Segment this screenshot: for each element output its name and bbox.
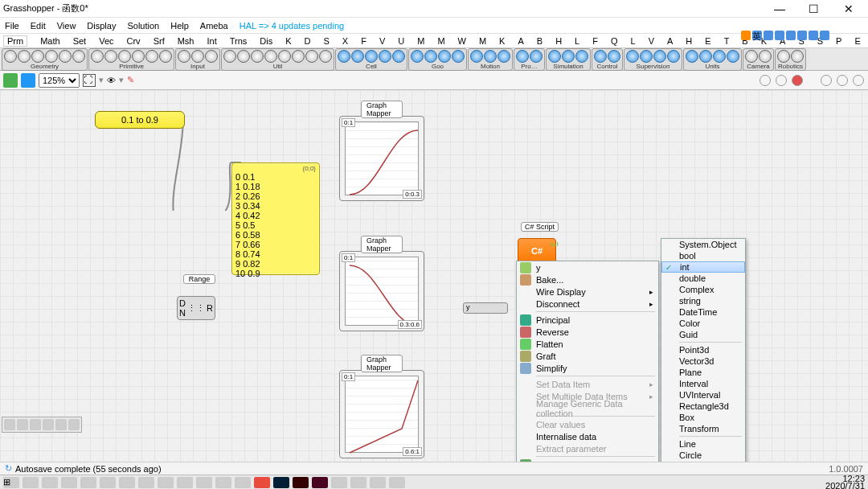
tab-b[interactable]: B bbox=[537, 36, 542, 46]
tool-icon[interactable] bbox=[699, 50, 712, 63]
tab-m[interactable]: M bbox=[479, 36, 486, 46]
ctx-bake-[interactable]: Bake... bbox=[517, 273, 658, 286]
tool-icon[interactable] bbox=[727, 50, 739, 63]
tab-srf[interactable]: Srf bbox=[154, 36, 165, 46]
ctx-reverse[interactable]: Reverse bbox=[517, 326, 658, 338]
qt-1[interactable] bbox=[4, 419, 15, 430]
tool-icon[interactable] bbox=[223, 50, 236, 63]
tool-icon[interactable] bbox=[205, 50, 218, 63]
display-mode-1[interactable] bbox=[760, 75, 771, 86]
menu-view[interactable]: View bbox=[57, 21, 76, 31]
tool-icon[interactable] bbox=[626, 50, 639, 63]
tool-icon[interactable] bbox=[351, 50, 364, 63]
tool-icon[interactable] bbox=[438, 50, 451, 63]
tool-icon[interactable] bbox=[305, 50, 318, 63]
tab-m[interactable]: M bbox=[437, 36, 444, 46]
shade-mode-3[interactable] bbox=[853, 75, 864, 86]
tab-int[interactable]: Int bbox=[207, 36, 216, 46]
tab-s[interactable]: S bbox=[323, 36, 329, 46]
tool-icon[interactable] bbox=[713, 50, 726, 63]
sketch-icon[interactable]: ✎ bbox=[127, 75, 134, 85]
tab-v[interactable]: V bbox=[649, 36, 654, 46]
tool-icon[interactable] bbox=[653, 50, 666, 63]
zoom-select[interactable]: 125% bbox=[39, 73, 80, 88]
ctx-wire-display[interactable]: Wire Display bbox=[517, 286, 658, 298]
type-transform[interactable]: Transform bbox=[661, 423, 745, 434]
graph-mapper-1[interactable]: Graph Mapper 0:1 0:0.3 bbox=[339, 116, 424, 201]
y-relay[interactable] bbox=[463, 302, 508, 314]
display-mode-2[interactable] bbox=[776, 75, 787, 86]
qt-2[interactable] bbox=[17, 419, 28, 430]
tool-icon[interactable] bbox=[159, 50, 172, 63]
clock[interactable]: 12:232020/7/31 bbox=[825, 475, 865, 490]
ctx-disconnect[interactable]: Disconnect bbox=[517, 298, 658, 310]
tool-icon[interactable] bbox=[191, 50, 204, 63]
minimize-button[interactable]: — bbox=[764, 2, 796, 15]
tab-h[interactable]: H bbox=[686, 36, 692, 46]
ctx-simplify[interactable]: Simplify bbox=[517, 362, 658, 374]
tool-icon[interactable] bbox=[319, 50, 332, 63]
type-double[interactable]: double bbox=[661, 273, 745, 284]
tool-icon[interactable] bbox=[470, 50, 483, 63]
tab-m[interactable]: M bbox=[417, 36, 424, 46]
tool-icon[interactable] bbox=[278, 50, 291, 63]
start-button[interactable]: ⊞ bbox=[3, 477, 19, 488]
tool-icon[interactable] bbox=[411, 50, 424, 63]
type-bool[interactable]: bool bbox=[661, 250, 745, 261]
ctx-internalise-data[interactable]: Internalise data bbox=[517, 430, 658, 442]
tool-icon[interactable] bbox=[608, 50, 620, 63]
tool-icon[interactable] bbox=[484, 50, 497, 63]
tool-icon[interactable] bbox=[452, 50, 465, 63]
tab-a[interactable]: A bbox=[518, 36, 523, 46]
type-interval[interactable]: Interval bbox=[661, 378, 745, 389]
type-system-object[interactable]: System.Object bbox=[661, 239, 745, 250]
open-icon[interactable] bbox=[21, 73, 35, 88]
tab-p[interactable]: P bbox=[836, 36, 841, 46]
hal-updates-link[interactable]: HAL => 4 updates pending bbox=[240, 21, 344, 31]
tab-l[interactable]: L bbox=[575, 36, 579, 46]
tab-math[interactable]: Math bbox=[40, 36, 59, 46]
tab-e[interactable]: E bbox=[705, 36, 710, 46]
tool-icon[interactable] bbox=[91, 50, 104, 63]
tool-icon[interactable] bbox=[264, 50, 277, 63]
tab-a[interactable]: A bbox=[667, 36, 673, 46]
tool-icon[interactable] bbox=[45, 50, 58, 63]
tool-icon[interactable] bbox=[667, 50, 680, 63]
type-complex[interactable]: Complex bbox=[661, 284, 745, 295]
type-guid[interactable]: Guid bbox=[661, 329, 745, 340]
type-color[interactable]: Color bbox=[661, 318, 745, 329]
type-circle[interactable]: Circle bbox=[661, 450, 745, 461]
tab-h[interactable]: H bbox=[555, 36, 562, 46]
tool-icon[interactable] bbox=[562, 50, 575, 63]
tool-icon[interactable] bbox=[759, 50, 772, 63]
save-icon[interactable] bbox=[3, 73, 18, 88]
tab-d[interactable]: D bbox=[305, 36, 311, 46]
type-string[interactable]: string bbox=[661, 295, 745, 306]
tool-icon[interactable] bbox=[59, 50, 72, 63]
tab-trns[interactable]: Trns bbox=[230, 36, 248, 46]
tool-icon[interactable] bbox=[145, 50, 158, 63]
tool-icon[interactable] bbox=[251, 50, 264, 63]
tab-v[interactable]: V bbox=[379, 36, 385, 46]
tab-prm[interactable]: Prm bbox=[3, 35, 27, 47]
tool-icon[interactable] bbox=[132, 50, 145, 63]
tab-e[interactable]: E bbox=[854, 36, 860, 46]
tool-icon[interactable] bbox=[392, 50, 405, 63]
tab-w[interactable]: W bbox=[458, 36, 466, 46]
tool-icon[interactable] bbox=[292, 50, 305, 63]
shade-mode-2[interactable] bbox=[837, 75, 848, 86]
type-point3d[interactable]: Point3d bbox=[661, 344, 745, 355]
tab-vec[interactable]: Vec bbox=[99, 36, 113, 46]
type-rectangle3d[interactable]: Rectangle3d bbox=[661, 401, 745, 412]
menu-help[interactable]: Help bbox=[170, 21, 189, 31]
tool-icon[interactable] bbox=[791, 50, 804, 63]
ctx-graft[interactable]: Graft bbox=[517, 350, 658, 362]
tab-x[interactable]: X bbox=[342, 36, 348, 46]
tool-icon[interactable] bbox=[104, 50, 117, 63]
tool-icon[interactable] bbox=[72, 50, 85, 63]
type-vector3d[interactable]: Vector3d bbox=[661, 355, 745, 367]
canvas[interactable]: 0.1 to 0.9 Range DN ⋮⋮ R {0;0} 0 0.11 0.… bbox=[0, 90, 868, 462]
taskview-button[interactable] bbox=[42, 477, 58, 488]
graph-mapper-2[interactable]: Graph Mapper 0:1 0.3:0.6 bbox=[339, 251, 424, 331]
type-int[interactable]: int bbox=[661, 261, 745, 273]
